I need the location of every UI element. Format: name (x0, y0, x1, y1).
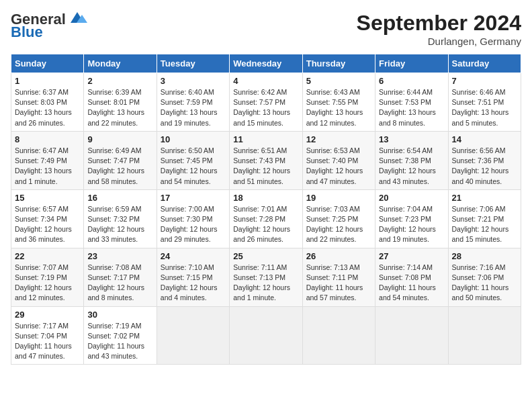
calendar-cell: 8Sunrise: 6:47 AMSunset: 7:49 PMDaylight… (11, 131, 84, 189)
weekday-header-wednesday: Wednesday (230, 54, 302, 73)
calendar-cell: 20Sunrise: 7:04 AMSunset: 7:23 PMDayligh… (375, 189, 448, 248)
calendar-cell (157, 306, 229, 365)
calendar-cell: 29Sunrise: 7:17 AMSunset: 7:04 PMDayligh… (11, 306, 84, 365)
day-info: Sunrise: 7:07 AMSunset: 7:19 PMDaylight:… (15, 263, 80, 304)
calendar-cell (302, 306, 375, 365)
day-number: 14 (452, 134, 517, 144)
day-number: 16 (87, 193, 152, 203)
day-number: 30 (87, 310, 152, 320)
day-info: Sunrise: 6:39 AMSunset: 8:01 PMDaylight:… (87, 87, 152, 128)
day-info: Sunrise: 6:50 AMSunset: 7:45 PMDaylight:… (161, 146, 226, 187)
day-number: 28 (452, 251, 517, 261)
calendar-cell: 24Sunrise: 7:10 AMSunset: 7:15 PMDayligh… (157, 248, 229, 306)
day-number: 13 (379, 134, 444, 144)
day-number: 12 (306, 134, 371, 144)
day-info: Sunrise: 7:03 AMSunset: 7:25 PMDaylight:… (306, 204, 371, 245)
day-info: Sunrise: 7:19 AMSunset: 7:02 PMDaylight:… (87, 321, 152, 362)
day-number: 29 (15, 310, 80, 320)
day-number: 10 (161, 134, 226, 144)
day-number: 21 (452, 193, 517, 203)
day-number: 17 (161, 193, 226, 203)
calendar-cell: 9Sunrise: 6:49 AMSunset: 7:47 PMDaylight… (84, 131, 157, 189)
day-info: Sunrise: 7:17 AMSunset: 7:04 PMDaylight:… (15, 321, 80, 362)
calendar-cell: 10Sunrise: 6:50 AMSunset: 7:45 PMDayligh… (157, 131, 229, 189)
day-number: 26 (306, 251, 371, 261)
logo: General Blue (11, 11, 87, 40)
weekday-header-monday: Monday (84, 54, 157, 73)
day-number: 24 (161, 251, 226, 261)
calendar-cell: 12Sunrise: 6:53 AMSunset: 7:40 PMDayligh… (302, 131, 375, 189)
day-number: 18 (233, 193, 298, 203)
calendar-cell: 25Sunrise: 7:11 AMSunset: 7:13 PMDayligh… (230, 248, 302, 306)
calendar-cell: 21Sunrise: 7:06 AMSunset: 7:21 PMDayligh… (448, 189, 521, 248)
day-info: Sunrise: 6:54 AMSunset: 7:38 PMDaylight:… (379, 146, 444, 187)
day-number: 15 (15, 193, 80, 203)
day-number: 1 (15, 76, 80, 86)
day-number: 11 (233, 134, 298, 144)
day-info: Sunrise: 6:53 AMSunset: 7:40 PMDaylight:… (306, 146, 371, 187)
day-info: Sunrise: 6:51 AMSunset: 7:43 PMDaylight:… (233, 146, 298, 187)
calendar-cell: 1Sunrise: 6:37 AMSunset: 8:03 PMDaylight… (11, 73, 84, 132)
page-header: General Blue September 2024 Durlangen, G… (11, 11, 521, 47)
calendar-cell: 26Sunrise: 7:13 AMSunset: 7:11 PMDayligh… (302, 248, 375, 306)
day-number: 8 (15, 134, 80, 144)
calendar-cell (230, 306, 302, 365)
weekday-header-saturday: Saturday (448, 54, 521, 73)
calendar-cell: 18Sunrise: 7:01 AMSunset: 7:28 PMDayligh… (230, 189, 302, 248)
day-info: Sunrise: 6:44 AMSunset: 7:53 PMDaylight:… (379, 87, 444, 128)
logo-icon (67, 11, 87, 26)
calendar-cell (448, 306, 521, 365)
day-info: Sunrise: 6:49 AMSunset: 7:47 PMDaylight:… (87, 146, 152, 187)
calendar-cell: 13Sunrise: 6:54 AMSunset: 7:38 PMDayligh… (375, 131, 448, 189)
day-number: 20 (379, 193, 444, 203)
calendar-cell: 11Sunrise: 6:51 AMSunset: 7:43 PMDayligh… (230, 131, 302, 189)
day-number: 27 (379, 251, 444, 261)
calendar-week-3: 15Sunrise: 6:57 AMSunset: 7:34 PMDayligh… (11, 189, 521, 248)
weekday-header-tuesday: Tuesday (157, 54, 229, 73)
calendar-week-4: 22Sunrise: 7:07 AMSunset: 7:19 PMDayligh… (11, 248, 521, 306)
day-info: Sunrise: 7:10 AMSunset: 7:15 PMDaylight:… (161, 263, 226, 304)
calendar-cell: 23Sunrise: 7:08 AMSunset: 7:17 PMDayligh… (84, 248, 157, 306)
logo-blue: Blue (11, 28, 43, 40)
calendar-cell: 17Sunrise: 7:00 AMSunset: 7:30 PMDayligh… (157, 189, 229, 248)
title-block: September 2024 Durlangen, Germany (357, 11, 521, 47)
calendar-cell: 6Sunrise: 6:44 AMSunset: 7:53 PMDaylight… (375, 73, 448, 132)
day-info: Sunrise: 7:04 AMSunset: 7:23 PMDaylight:… (379, 204, 444, 245)
weekday-header-friday: Friday (375, 54, 448, 73)
day-number: 19 (306, 193, 371, 203)
day-info: Sunrise: 6:56 AMSunset: 7:36 PMDaylight:… (452, 146, 517, 187)
calendar-cell: 4Sunrise: 6:42 AMSunset: 7:57 PMDaylight… (230, 73, 302, 132)
calendar-week-1: 1Sunrise: 6:37 AMSunset: 8:03 PMDaylight… (11, 73, 521, 132)
location: Durlangen, Germany (357, 36, 521, 47)
day-number: 2 (87, 76, 152, 86)
calendar-cell: 30Sunrise: 7:19 AMSunset: 7:02 PMDayligh… (84, 306, 157, 365)
weekday-header-thursday: Thursday (302, 54, 375, 73)
day-number: 5 (306, 76, 371, 86)
day-info: Sunrise: 6:37 AMSunset: 8:03 PMDaylight:… (15, 87, 80, 128)
calendar-cell (375, 306, 448, 365)
month-title: September 2024 (357, 11, 521, 36)
calendar-cell: 14Sunrise: 6:56 AMSunset: 7:36 PMDayligh… (448, 131, 521, 189)
day-number: 22 (15, 251, 80, 261)
day-info: Sunrise: 6:59 AMSunset: 7:32 PMDaylight:… (87, 204, 152, 245)
day-info: Sunrise: 6:57 AMSunset: 7:34 PMDaylight:… (15, 204, 80, 245)
day-number: 4 (233, 76, 298, 86)
weekday-header-row: SundayMondayTuesdayWednesdayThursdayFrid… (11, 54, 521, 73)
day-info: Sunrise: 7:00 AMSunset: 7:30 PMDaylight:… (161, 204, 226, 245)
day-info: Sunrise: 7:01 AMSunset: 7:28 PMDaylight:… (233, 204, 298, 245)
calendar-cell: 16Sunrise: 6:59 AMSunset: 7:32 PMDayligh… (84, 189, 157, 248)
weekday-header-sunday: Sunday (11, 54, 84, 73)
day-info: Sunrise: 7:14 AMSunset: 7:08 PMDaylight:… (379, 263, 444, 304)
day-info: Sunrise: 7:06 AMSunset: 7:21 PMDaylight:… (452, 204, 517, 245)
calendar-cell: 22Sunrise: 7:07 AMSunset: 7:19 PMDayligh… (11, 248, 84, 306)
day-number: 9 (87, 134, 152, 144)
calendar-cell: 3Sunrise: 6:40 AMSunset: 7:59 PMDaylight… (157, 73, 229, 132)
calendar-cell: 2Sunrise: 6:39 AMSunset: 8:01 PMDaylight… (84, 73, 157, 132)
day-info: Sunrise: 6:47 AMSunset: 7:49 PMDaylight:… (15, 146, 80, 187)
day-info: Sunrise: 7:08 AMSunset: 7:17 PMDaylight:… (87, 263, 152, 304)
day-info: Sunrise: 7:16 AMSunset: 7:06 PMDaylight:… (452, 263, 517, 304)
day-number: 6 (379, 76, 444, 86)
day-info: Sunrise: 7:11 AMSunset: 7:13 PMDaylight:… (233, 263, 298, 304)
day-number: 3 (161, 76, 226, 86)
day-number: 23 (87, 251, 152, 261)
